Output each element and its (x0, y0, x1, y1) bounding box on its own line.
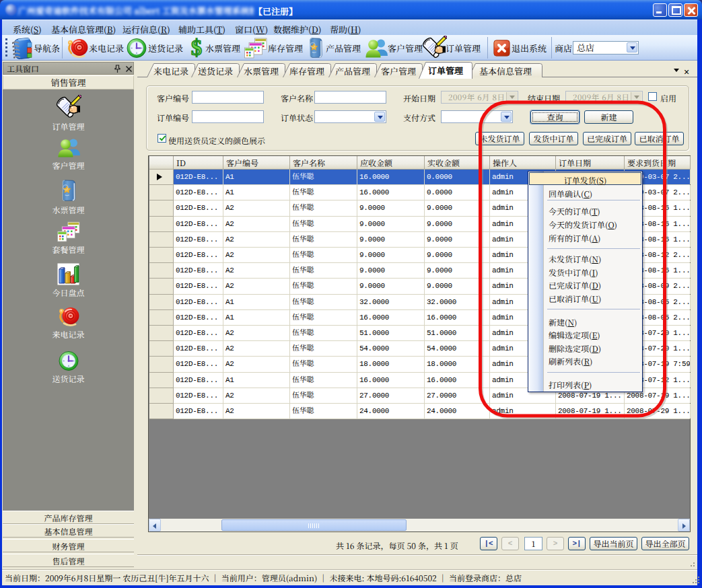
svg-text:$: $ (191, 36, 203, 59)
